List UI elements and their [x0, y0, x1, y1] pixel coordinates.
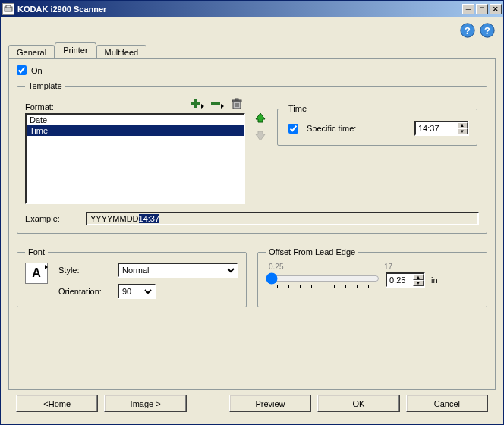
titlebar: KODAK i2900 Scanner ─ □ ✕	[1, 1, 503, 17]
offset-max-label: 17	[384, 263, 392, 271]
specific-time-field[interactable]: ▲▼	[414, 121, 469, 136]
ok-label: OK	[352, 399, 364, 408]
example-plain: YYYYMMDD	[90, 214, 139, 223]
globe-help-icon[interactable]: ?	[459, 22, 476, 40]
svg-rect-1	[6, 5, 11, 8]
cancel-button[interactable]: Cancel	[406, 395, 488, 412]
example-field: YYYYMMDD14:37	[86, 212, 479, 225]
tabstrip: General Printer Multifeed	[8, 42, 496, 58]
list-item[interactable]: Time	[27, 125, 244, 136]
font-legend: Font	[25, 247, 48, 257]
offset-slider[interactable]	[266, 272, 380, 289]
client-area: ? ? General Printer Multifeed On Templat…	[1, 17, 503, 424]
template-group: Template Format:	[17, 81, 487, 234]
app-icon	[2, 3, 14, 15]
svg-rect-13	[235, 99, 238, 100]
svg-rect-9	[211, 102, 220, 105]
time-spin-buttons[interactable]: ▲▼	[457, 122, 468, 134]
footer-buttons: < Home Image > Preview OK Cancel	[8, 389, 496, 418]
close-button[interactable]: ✕	[490, 4, 502, 14]
image-label: Image >	[131, 399, 161, 408]
on-checkbox-row: On	[17, 65, 487, 75]
move-down-icon	[254, 130, 266, 142]
app-window: KODAK i2900 Scanner ─ □ ✕ ? ? General Pr…	[0, 0, 504, 425]
tab-multifeed[interactable]: Multifeed	[96, 45, 147, 59]
image-button[interactable]: Image >	[104, 395, 186, 412]
preview-label-rest: review	[261, 399, 285, 408]
tab-general-label: General	[17, 48, 46, 57]
font-preview-icon: A	[25, 263, 48, 284]
time-legend: Time	[285, 104, 310, 113]
format-label: Format:	[25, 102, 54, 112]
remove-button[interactable]	[209, 96, 225, 112]
tab-panel-printer: On Template Format:	[8, 58, 496, 389]
minimize-button[interactable]: ─	[462, 4, 474, 14]
list-item[interactable]: Date	[27, 115, 244, 125]
svg-marker-17	[256, 113, 265, 122]
offset-spin-buttons[interactable]: ▲▼	[413, 274, 424, 286]
font-group: Font A Style: Normal Orientation:	[17, 247, 247, 307]
on-label: On	[31, 66, 43, 75]
svg-marker-8	[201, 104, 204, 109]
move-up-icon	[254, 112, 266, 124]
style-combo[interactable]: Normal	[118, 263, 238, 278]
context-help-icon[interactable]: ?	[479, 22, 496, 40]
style-label: Style:	[58, 266, 112, 275]
tab-printer[interactable]: Printer	[55, 42, 96, 58]
remove-icon	[210, 98, 224, 110]
add-button[interactable]	[189, 96, 206, 112]
svg-marker-18	[256, 131, 265, 140]
on-checkbox[interactable]	[17, 65, 27, 75]
ok-button[interactable]: OK	[317, 395, 399, 412]
example-highlight: 14:37	[139, 214, 160, 223]
font-glyph: A	[32, 266, 41, 280]
svg-text:?: ?	[465, 25, 471, 36]
specific-time-label: Specific time:	[307, 124, 408, 133]
window-title: KODAK i2900 Scanner	[17, 5, 106, 14]
move-up-button[interactable]	[253, 110, 268, 125]
offset-input[interactable]	[387, 274, 413, 286]
template-legend: Template	[25, 81, 65, 90]
tab-printer-label: Printer	[63, 46, 87, 55]
offset-value-field[interactable]: ▲▼	[386, 272, 425, 288]
cancel-label: Cancel	[434, 399, 460, 408]
home-button[interactable]: < Home	[16, 395, 98, 412]
svg-marker-10	[221, 104, 224, 109]
time-group: Time Specific time: ▲▼	[277, 104, 477, 146]
offset-group: Offset From Lead Edge 0.25 17	[257, 247, 487, 307]
preview-button[interactable]: Preview	[229, 395, 311, 412]
tab-general[interactable]: General	[8, 45, 55, 59]
offset-unit: in	[431, 275, 438, 285]
tab-multifeed-label: Multifeed	[105, 48, 139, 57]
offset-min-label: 0.25	[269, 263, 283, 271]
orientation-combo[interactable]: 90	[118, 284, 156, 299]
help-icons: ? ?	[459, 22, 496, 40]
offset-legend: Offset From Lead Edge	[266, 247, 358, 257]
specific-time-input[interactable]	[416, 122, 457, 134]
delete-button[interactable]	[228, 96, 245, 112]
maximize-button[interactable]: □	[476, 4, 488, 14]
trash-icon	[231, 98, 243, 110]
format-listbox[interactable]: Date Time	[25, 113, 245, 204]
svg-text:?: ?	[484, 25, 490, 36]
add-icon	[191, 98, 204, 110]
move-down-button	[253, 128, 268, 143]
specific-time-checkbox[interactable]	[288, 124, 298, 134]
slider-ticks	[266, 285, 380, 289]
example-label: Example:	[25, 214, 78, 223]
orientation-label: Orientation:	[58, 287, 112, 296]
svg-rect-7	[191, 102, 200, 105]
home-label-rest: ome	[55, 399, 71, 408]
